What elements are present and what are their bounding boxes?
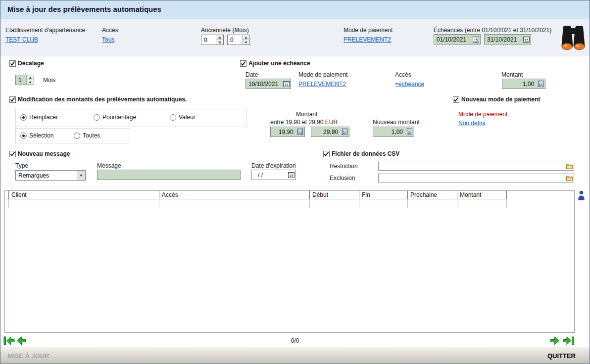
radio-toutes[interactable]	[74, 133, 80, 139]
check-icon	[10, 151, 15, 157]
calendar-icon: 15	[473, 36, 479, 43]
next-record-button[interactable]	[550, 336, 561, 345]
montant-max-field[interactable]: 29,90	[311, 127, 349, 137]
radio-valeur[interactable]	[170, 114, 176, 121]
check-icon	[10, 61, 15, 66]
message-input[interactable]	[97, 170, 241, 180]
cell-acces	[159, 199, 310, 208]
column-header-prochaine[interactable]: Prochaine	[408, 191, 457, 199]
anciennete-min-stepper[interactable]: 0	[201, 35, 224, 45]
arrow-up-icon	[245, 37, 247, 39]
svg-text:15: 15	[284, 83, 288, 87]
spin-up-button[interactable]	[216, 35, 223, 40]
type-select[interactable]: Remarques	[15, 170, 86, 181]
cell-client	[9, 199, 159, 208]
restriction-input[interactable]	[378, 162, 574, 171]
arrow-up-icon	[218, 37, 221, 39]
column-header-acces[interactable]: Accès	[159, 191, 310, 199]
spin-down-button[interactable]	[27, 80, 34, 85]
calendar-button[interactable]: 15	[287, 170, 295, 180]
spin-up-button[interactable]	[243, 35, 249, 40]
radio-pourcentage[interactable]	[94, 114, 100, 121]
spin-up-button[interactable]	[27, 75, 34, 80]
exclusion-label: Exclusion	[330, 175, 355, 182]
mode-paiement-link[interactable]: PRELEVEMENT2	[344, 36, 391, 43]
mode-paiement-label: Mode de paiement	[344, 27, 393, 34]
client-detail-button[interactable]	[578, 190, 585, 203]
calculator-button[interactable]	[536, 79, 545, 89]
calculator-button[interactable]	[340, 127, 349, 136]
nouveau-mode-checkbox[interactable]	[453, 96, 459, 103]
echeance-acces-link[interactable]: =echéance	[395, 81, 424, 88]
restriction-label: Restriction	[330, 163, 358, 170]
nouveau-mode-paiement-link[interactable]: Non défini	[458, 120, 485, 127]
exclusion-input[interactable]	[378, 174, 574, 182]
calendar-button[interactable]: 15	[522, 35, 531, 44]
modification-checkbox[interactable]	[9, 96, 16, 103]
column-header-fin[interactable]: Fin	[359, 191, 408, 199]
echeance-fin-value: 31/10/2021	[485, 36, 522, 43]
expiration-date-value: / /	[252, 172, 287, 179]
dropdown-arrow-button[interactable]	[77, 171, 85, 180]
decalage-stepper[interactable]: 1	[15, 75, 34, 85]
radio-pourcentage-label: Pourcentage	[102, 114, 136, 121]
echeance-montant-value: 1,00	[502, 81, 536, 88]
radio-selection-label: Sélection	[29, 132, 53, 139]
calendar-button[interactable]: 15	[282, 79, 291, 89]
column-header-debut[interactable]: Début	[310, 191, 359, 199]
anciennete-max-value: 0	[228, 35, 242, 45]
browse-restriction-button[interactable]	[565, 162, 574, 170]
anciennete-label: Ancienneté (Mois)	[201, 27, 249, 34]
csv-label: Fichier de données CSV	[332, 150, 399, 157]
anciennete-max-stepper[interactable]: 0	[227, 35, 250, 45]
calculator-icon	[406, 129, 413, 135]
radio-remplacer[interactable]	[20, 114, 27, 121]
echeance-date-field[interactable]: 18/10/2021 15	[246, 79, 291, 89]
montant-max-value: 29,90	[311, 129, 340, 136]
csv-checkbox[interactable]	[323, 151, 330, 157]
expiration-date-field[interactable]: / / 15	[251, 170, 296, 180]
nouveau-montant-label: Nouveau montant	[373, 119, 420, 126]
row-selector-header	[5, 191, 9, 199]
echeance-fin-field[interactable]: 31/10/2021 15	[484, 34, 531, 45]
calculator-icon	[297, 129, 303, 135]
type-label: Type	[15, 162, 28, 169]
acces-link[interactable]: Tous	[102, 36, 114, 43]
etablissement-link[interactable]: TEST CLUB	[5, 36, 38, 43]
decalage-checkbox[interactable]	[9, 60, 16, 67]
echeance-montant-field[interactable]: 1,00	[502, 79, 545, 89]
column-header-client[interactable]: Client	[9, 191, 159, 199]
svg-text:15: 15	[289, 174, 293, 178]
spin-down-button[interactable]	[216, 40, 223, 45]
echeance-acces-label: Accès	[395, 71, 411, 78]
nouveau-montant-field[interactable]: 1,00	[373, 127, 414, 137]
ajouter-echeance-checkbox[interactable]	[240, 60, 246, 67]
column-header-montant[interactable]: Montant	[457, 191, 507, 199]
echeance-mode-link[interactable]: PRELEVEMENT2	[298, 81, 346, 88]
spin-down-button[interactable]	[243, 40, 249, 45]
radio-selection[interactable]	[20, 133, 27, 139]
check-icon	[10, 97, 15, 102]
ajouter-echeance-label: Ajouter une échéance	[248, 60, 310, 67]
montant-min-field[interactable]: 19,90	[270, 127, 305, 137]
echeance-debut-field[interactable]: 01/10/2021 15	[434, 34, 481, 45]
window-titlebar[interactable]: Mise à jour des prélèvements automatique…	[0, 0, 590, 19]
check-icon	[324, 151, 329, 157]
quit-button[interactable]: QUITTER	[547, 352, 576, 360]
update-button[interactable]: MISE À JOUR	[7, 352, 49, 360]
check-icon	[453, 97, 459, 102]
nouveau-message-checkbox[interactable]	[9, 151, 16, 157]
calculator-button[interactable]	[295, 127, 304, 136]
calendar-button[interactable]: 15	[471, 35, 480, 44]
results-table: Client Accès Début Fin Prochaine Montant	[4, 190, 575, 333]
echeances-label: Échéances (entre 01/10/2021 et 31/10/202…	[434, 27, 551, 34]
last-record-button[interactable]	[563, 336, 574, 345]
browse-exclusion-button[interactable]	[565, 174, 574, 182]
folder-icon	[566, 175, 573, 181]
calculator-button[interactable]	[405, 127, 414, 136]
table-row[interactable]	[5, 199, 574, 208]
search-button[interactable]	[559, 24, 588, 52]
echeance-date-value: 18/10/2021	[246, 81, 282, 88]
echeance-montant-label: Montant	[501, 71, 523, 78]
nouveau-mode-paiement-label: Mode de paiement	[458, 111, 507, 118]
